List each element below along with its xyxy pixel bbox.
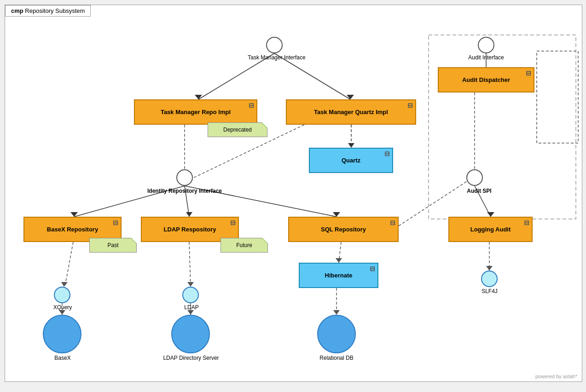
component-icon: ⊟: [384, 150, 390, 157]
identity-repo-interface-circle: [176, 169, 193, 186]
svg-marker-32: [186, 212, 192, 217]
component-icon: ⊟: [249, 102, 254, 109]
svg-marker-20: [333, 310, 340, 315]
svg-marker-28: [187, 310, 194, 315]
basex-large-label: BaseX: [32, 355, 93, 361]
component-icon: ⊟: [230, 219, 236, 226]
ldap-dir-large-circle: [171, 315, 210, 353]
quartz: Quartz ⊟: [309, 148, 393, 173]
audit-spi-circle: [466, 169, 483, 186]
svg-rect-7: [537, 51, 578, 143]
audit-interface-label: Audit Interface: [454, 54, 518, 61]
svg-line-21: [65, 242, 73, 287]
svg-marker-24: [59, 310, 65, 315]
xquery-label: XQuery: [37, 304, 88, 311]
svg-marker-2: [195, 95, 202, 99]
svg-rect-34: [429, 35, 576, 219]
component-icon: ⊟: [526, 69, 531, 77]
svg-marker-22: [61, 282, 68, 287]
svg-marker-26: [187, 282, 194, 287]
svg-marker-33: [333, 212, 340, 217]
diagram-title: cmp Repository Subsystem: [5, 5, 91, 17]
deprecated-note: Deprecated: [208, 122, 267, 137]
sql-repository: SQL Repository ⊟: [288, 217, 399, 242]
logging-audit: Logging Audit ⊟: [448, 217, 533, 242]
svg-marker-5: [348, 143, 354, 148]
task-manager-interface-label: Task Manager Interface: [231, 54, 323, 61]
svg-marker-31: [70, 212, 78, 217]
diagram-container: cmp Repository Subsystem: [5, 5, 582, 382]
task-manager-interface-circle: [266, 37, 283, 53]
task-manager-quartz-impl: Task Manager Quartz Impl ⊟: [286, 99, 416, 125]
svg-marker-30: [486, 266, 493, 271]
task-manager-repo-impl: Task Manager Repo Impl ⊟: [134, 99, 257, 125]
svg-marker-3: [347, 95, 354, 99]
relational-db-large-label: Relational DB: [295, 355, 378, 361]
svg-line-25: [189, 242, 191, 287]
audit-spi-label: Audit SPI: [456, 188, 502, 194]
component-icon: ⊟: [370, 265, 375, 272]
ldap-dir-large-label: LDAP Directory Server: [152, 355, 230, 361]
svg-line-17: [339, 242, 341, 263]
slf4j-label: SLF4J: [470, 288, 509, 294]
title-prefix: cmp: [11, 7, 23, 14]
audit-interface-circle: [478, 37, 494, 53]
identity-repo-interface-label: Identity Repository Interface: [129, 188, 240, 194]
component-icon: ⊟: [524, 219, 529, 226]
relational-db-large-circle: [317, 315, 356, 353]
footer: powered by astah*: [535, 374, 577, 379]
basex-large-circle: [43, 315, 81, 353]
audit-dispatcher: Audit Dispatcher ⊟: [438, 67, 534, 92]
xquery-small-circle: [54, 287, 70, 303]
component-icon: ⊟: [113, 219, 118, 226]
future-note: Future: [220, 238, 268, 253]
component-icon: ⊟: [407, 102, 413, 109]
ldap-label: LDAP: [171, 304, 212, 311]
svg-marker-16: [487, 212, 494, 217]
component-icon: ⊟: [390, 219, 395, 226]
hibernate: Hibernate ⊟: [299, 263, 378, 288]
past-note: Past: [89, 238, 137, 253]
svg-marker-18: [336, 258, 342, 263]
slf4j-small-circle: [481, 271, 498, 287]
ldap-small-circle: [182, 287, 199, 303]
title-text: Repository Subsystem: [25, 7, 85, 14]
